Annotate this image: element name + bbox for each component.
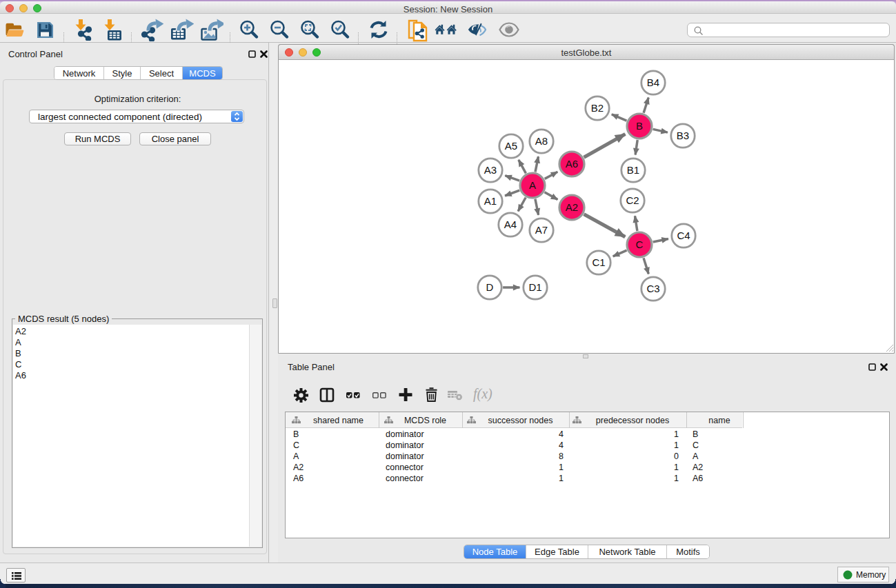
svg-text:A6: A6 bbox=[566, 158, 578, 170]
svg-text:A2: A2 bbox=[566, 201, 578, 213]
svg-text:A7: A7 bbox=[535, 224, 548, 236]
svg-text:B4: B4 bbox=[647, 77, 659, 88]
svg-text:A3: A3 bbox=[484, 164, 497, 176]
svg-text:B1: B1 bbox=[627, 164, 639, 176]
svg-text:A: A bbox=[529, 179, 536, 191]
svg-text:A4: A4 bbox=[504, 219, 517, 230]
svg-text:D1: D1 bbox=[528, 281, 541, 293]
svg-text:C3: C3 bbox=[646, 283, 659, 294]
svg-text:D: D bbox=[486, 281, 494, 293]
svg-text:C2: C2 bbox=[626, 194, 639, 206]
svg-text:B3: B3 bbox=[677, 130, 689, 141]
svg-text:C: C bbox=[636, 239, 644, 250]
svg-text:A1: A1 bbox=[484, 195, 497, 207]
svg-text:A5: A5 bbox=[505, 140, 517, 152]
svg-text:B: B bbox=[636, 120, 643, 132]
svg-text:C4: C4 bbox=[677, 230, 690, 241]
svg-text:C1: C1 bbox=[592, 256, 605, 268]
svg-text:A8: A8 bbox=[535, 135, 548, 147]
svg-text:B2: B2 bbox=[591, 102, 604, 114]
